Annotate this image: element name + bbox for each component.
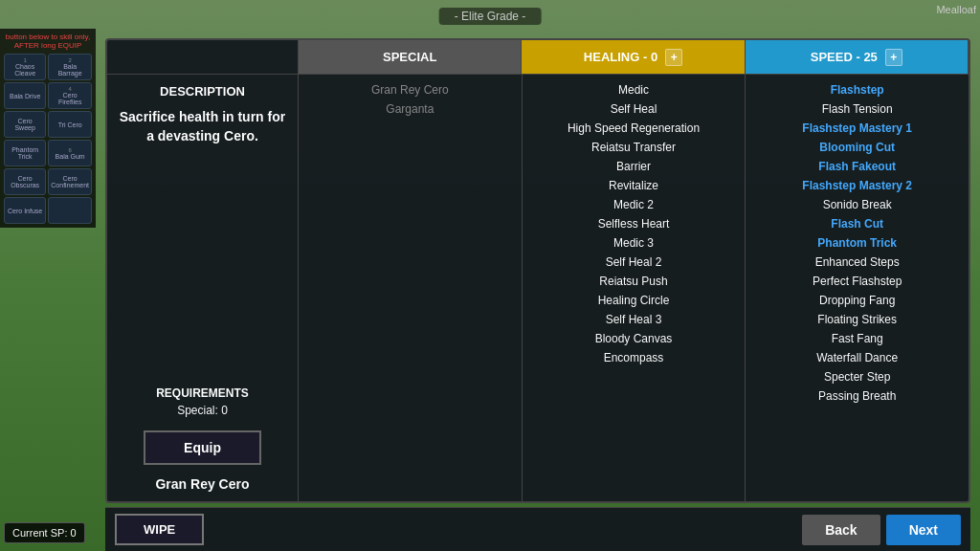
skill-item-medic-2[interactable]: Medic 2 (523, 195, 746, 214)
special-skill-column: Gran Rey Cero Garganta (299, 75, 523, 501)
skill-cell-cero-sweep[interactable]: Cero Sweep (4, 111, 46, 138)
column-headers: SPECIAL HEALING - 0 + SPEED - 25 + (107, 40, 969, 75)
skill-item-encompass[interactable]: Encompass (523, 348, 746, 367)
skill-item-medic-3[interactable]: Medic 3 (523, 233, 746, 253)
skill-item-enhanced-steps[interactable]: Enhanced Steps (746, 253, 969, 272)
skill-item-revitalize[interactable]: Revitalize (523, 176, 746, 195)
skill-item-floating-strikes[interactable]: Floating Strikes (746, 310, 969, 329)
skill-item-fast-fang[interactable]: Fast Fang (746, 329, 969, 348)
navigation-buttons: Back Next (802, 515, 961, 545)
skill-item-flash-cut[interactable]: Flash Cut (746, 214, 969, 233)
skill-cell-cero-infuse[interactable]: Cero Infuse (4, 197, 46, 224)
content-area: DESCRIPTION Sacrifice health in turn for… (107, 75, 969, 501)
desc-header-spacer (107, 40, 299, 74)
skill-item-flash-fakeout[interactable]: Flash Fakeout (746, 157, 969, 176)
back-button[interactable]: Back (802, 515, 880, 545)
skill-cell-cero-obscuras[interactable]: Cero Obscuras (4, 168, 46, 195)
skill-item-self-heal-3[interactable]: Self Heal 3 (523, 310, 746, 329)
healing-col-header: HEALING - 0 + (522, 40, 745, 74)
skill-item-gran-rey-cero[interactable]: Gran Rey Cero (299, 80, 522, 99)
skill-item-self-heal[interactable]: Self Heal (523, 99, 746, 119)
skill-item-bloody-canvas[interactable]: Bloody Canvas (523, 329, 746, 348)
selected-skill-label: Gran Rey Cero (155, 476, 249, 492)
skill-item-passing-breath[interactable]: Passing Breath (746, 386, 969, 406)
skill-item-flash-tension[interactable]: Flash Tension (746, 99, 969, 119)
requirements-title: REQUIREMENTS (156, 386, 249, 400)
skill-cell-chaos-cleave[interactable]: 1 Chaos Cleave (4, 54, 46, 80)
main-panel: SPECIAL HEALING - 0 + SPEED - 25 + DESCR… (105, 38, 970, 503)
left-skill-panel: button below to skill only, AFTER long E… (0, 29, 96, 228)
skill-item-medic[interactable]: Medic (523, 80, 746, 99)
skill-item-specter-step[interactable]: Specter Step (746, 367, 969, 386)
skill-cell-phantom-trick[interactable]: Phantom Trick (4, 140, 46, 166)
warning-text: button below to skill only, AFTER long E… (4, 33, 92, 50)
skill-item-perfect-flashstep[interactable]: Perfect Flashstep (746, 272, 969, 291)
wipe-button[interactable]: WIPE (115, 514, 204, 545)
skill-item-reiatsu-push[interactable]: Reiatsu Push (523, 272, 746, 291)
skill-item-garganta[interactable]: Garganta (299, 99, 522, 119)
skill-cell-bala-drive[interactable]: Bala Drive (4, 82, 46, 109)
speed-plus-button[interactable]: + (885, 49, 902, 66)
skill-cell-empty (48, 197, 92, 224)
top-bar: - Elite Grade - (439, 8, 542, 25)
skill-item-reiatsu-transfer[interactable]: Reiatsu Transfer (523, 138, 746, 157)
skill-grid: 1 Chaos Cleave 2 Bala Barrage Bala Drive… (4, 54, 92, 224)
skill-item-flashstep-mastery-2[interactable]: Flashstep Mastery 2 (746, 176, 969, 195)
special-col-header: SPECIAL (299, 40, 522, 74)
skill-item-waterfall-dance[interactable]: Waterfall Dance (746, 348, 969, 367)
skill-item-selfless-heart[interactable]: Selfless Heart (523, 214, 746, 233)
skill-cell-cero-fireflies[interactable]: 4 Cero Fireflies (48, 82, 92, 109)
skill-item-barrier[interactable]: Barrier (523, 157, 746, 176)
skill-cell-bala-barrage[interactable]: 2 Bala Barrage (48, 54, 92, 80)
username-label: Mealloaf (936, 4, 976, 15)
speed-col-header: SPEED - 25 + (746, 40, 969, 74)
skill-item-blooming-cut[interactable]: Blooming Cut (746, 138, 969, 157)
skill-item-healing-circle[interactable]: Healing Circle (523, 291, 746, 310)
bottom-bar: WIPE Back Next (105, 507, 970, 551)
skill-item-flashstep-mastery-1[interactable]: Flashstep Mastery 1 (746, 119, 969, 138)
speed-skill-column: Flashstep Flash Tension Flashstep Master… (746, 75, 969, 501)
description-panel: DESCRIPTION Sacrifice health in turn for… (107, 75, 299, 501)
skill-item-self-heal-2[interactable]: Self Heal 2 (523, 253, 746, 272)
skill-item-dropping-fang[interactable]: Dropping Fang (746, 291, 969, 310)
equip-button[interactable]: Equip (144, 430, 261, 465)
healing-skill-column: Medic Self Heal High Speed Regeneration … (523, 75, 746, 501)
next-button[interactable]: Next (886, 515, 961, 545)
skill-item-sonido-break[interactable]: Sonido Break (746, 195, 969, 214)
requirements-value: Special: 0 (177, 404, 228, 417)
skill-cell-bala-gum[interactable]: 6 Bala Gum (48, 140, 92, 166)
skill-cell-cero-confinement[interactable]: Cero Confinement (48, 168, 92, 195)
skill-item-high-speed-regen[interactable]: High Speed Regeneration (523, 119, 746, 138)
healing-plus-button[interactable]: + (665, 49, 682, 66)
description-text: Sacrifice health in turn for a devasting… (117, 108, 288, 377)
description-title: DESCRIPTION (160, 84, 245, 99)
skill-cell-tri-cero[interactable]: Tri Cero (48, 111, 92, 138)
sp-bar: Current SP: 0 (4, 522, 85, 543)
skill-item-flashstep[interactable]: Flashstep (746, 80, 969, 99)
skill-item-phantom-trick-speed[interactable]: Phantom Trick (746, 233, 969, 253)
